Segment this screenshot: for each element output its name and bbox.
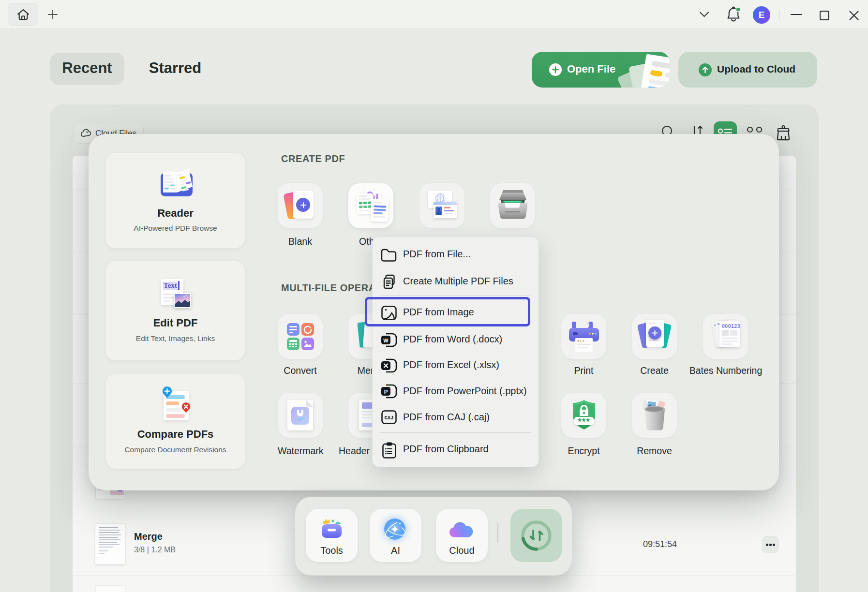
svg-text:W: W (383, 338, 389, 343)
svg-text:P: P (384, 389, 388, 395)
svg-text:***: *** (578, 416, 590, 427)
svg-text:CAJ: CAJ (385, 415, 394, 421)
